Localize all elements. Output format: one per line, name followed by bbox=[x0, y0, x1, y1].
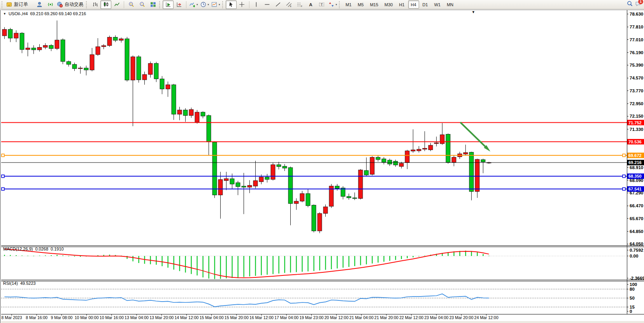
macd-histogram-bar bbox=[401, 256, 402, 259]
notification-badge: 1 bbox=[638, 0, 643, 4]
trendline-button[interactable] bbox=[273, 0, 284, 9]
hline-handle-right[interactable] bbox=[623, 154, 625, 157]
macd-histogram-bar bbox=[238, 256, 239, 277]
candle-body bbox=[177, 110, 182, 114]
macd-histogram-bar bbox=[80, 256, 81, 257]
auto-scroll-icon bbox=[165, 2, 171, 7]
auto-trading-button[interactable]: 自动交易 bbox=[56, 0, 85, 9]
templates-button[interactable]: ▾ bbox=[210, 0, 221, 9]
price-axis[interactable] bbox=[627, 10, 644, 314]
channel-button[interactable]: E bbox=[284, 0, 295, 9]
candle-body bbox=[300, 194, 304, 201]
tile-windows-button[interactable] bbox=[147, 0, 158, 9]
candle-body bbox=[236, 183, 240, 187]
clock-icon bbox=[200, 2, 206, 7]
timeframe-m15-button[interactable]: M15 bbox=[367, 0, 381, 9]
window-left-edge bbox=[0, 10, 1, 323]
macd-histogram-bar bbox=[139, 256, 139, 263]
chart-canvas[interactable]: 78.63077.81077.01076.19075.39074.57073.7… bbox=[0, 10, 644, 323]
text-button[interactable]: A bbox=[305, 0, 316, 9]
cursor-button[interactable] bbox=[226, 0, 237, 9]
label-button[interactable]: T bbox=[316, 0, 327, 9]
macd-histogram-bar bbox=[179, 256, 180, 271]
zoom-in-button[interactable] bbox=[126, 0, 137, 9]
macd-histogram-bar bbox=[232, 256, 233, 278]
macd-histogram-bar bbox=[185, 256, 186, 273]
indicators-button[interactable]: ▾ bbox=[188, 0, 199, 9]
search-button[interactable] bbox=[627, 1, 633, 8]
chevron-down-icon[interactable]: ▾ bbox=[197, 3, 198, 6]
candle-body bbox=[353, 198, 357, 199]
signals-button[interactable] bbox=[45, 0, 56, 9]
candle-body bbox=[61, 40, 65, 62]
rsi-value: 49.5223 bbox=[20, 281, 36, 286]
macd-histogram-bar bbox=[360, 256, 361, 265]
candle-body bbox=[72, 64, 77, 69]
hline-handle-left[interactable] bbox=[2, 175, 4, 178]
zoom-out-button[interactable] bbox=[137, 0, 147, 9]
macd-histogram-bar bbox=[168, 256, 168, 268]
macd-histogram-bar bbox=[395, 256, 396, 260]
market-watch-icon bbox=[37, 2, 42, 7]
chart-collapse-icon[interactable]: ▼ bbox=[3, 12, 6, 16]
line-chart-icon bbox=[114, 2, 120, 7]
macd-histogram-bar bbox=[22, 256, 23, 256]
vertical-line-button[interactable] bbox=[251, 0, 262, 9]
chevron-down-icon[interactable]: ▾ bbox=[336, 3, 337, 6]
macd-histogram-bar bbox=[74, 256, 75, 257]
candle-body bbox=[446, 134, 450, 162]
hline-handle-left[interactable] bbox=[2, 154, 4, 157]
candle-body bbox=[463, 153, 468, 154]
time-axis-label: 13 Mar 20:00 bbox=[149, 315, 174, 320]
horizontal-line-button[interactable] bbox=[262, 0, 273, 9]
timeframe-mn-button[interactable]: MN bbox=[444, 0, 456, 9]
time-axis-label: 21 Mar 04:00 bbox=[349, 315, 374, 320]
line-chart-button[interactable] bbox=[111, 0, 122, 9]
candle-body bbox=[131, 57, 135, 80]
timeframe-m30-button[interactable]: M30 bbox=[382, 0, 395, 9]
chart-window[interactable]: 78.63077.81077.01076.19075.39074.57073.7… bbox=[0, 10, 644, 323]
arrows-button[interactable]: ▾ bbox=[327, 0, 339, 9]
timeframe-w1-button[interactable]: W1 bbox=[432, 0, 444, 9]
horizontal-line-icon bbox=[264, 2, 270, 7]
timeframe-m1-button[interactable]: M1 bbox=[343, 0, 354, 9]
time-axis-label: 13 Mar 04:00 bbox=[125, 315, 149, 320]
candle-body bbox=[393, 161, 398, 165]
hline-handle-left[interactable] bbox=[2, 188, 4, 191]
periods-button[interactable]: ▾ bbox=[199, 0, 211, 9]
hline-handle-right[interactable] bbox=[623, 175, 625, 178]
new-order-button[interactable]: 新订单 bbox=[5, 0, 30, 9]
hline-handle-right[interactable] bbox=[623, 188, 625, 191]
macd-histogram-bar bbox=[214, 256, 215, 279]
timeframe-h4-button[interactable]: H4 bbox=[408, 0, 419, 9]
trend-arrow[interactable] bbox=[460, 122, 488, 149]
candle-body bbox=[207, 115, 211, 142]
candlestick-chart-button[interactable] bbox=[100, 0, 111, 9]
macd-histogram-bar bbox=[203, 256, 204, 277]
macd-histogram-bar bbox=[296, 256, 297, 272]
candle-body bbox=[388, 160, 392, 164]
auto-scroll-button[interactable] bbox=[163, 0, 174, 9]
candle-body bbox=[43, 46, 47, 48]
crosshair-button[interactable] bbox=[237, 0, 247, 9]
candle-body bbox=[312, 205, 316, 231]
chat-button[interactable]: 1 bbox=[635, 1, 641, 8]
auto-trading-button-label: 自动交易 bbox=[64, 1, 84, 8]
cursor-icon bbox=[228, 2, 234, 7]
chart-menu-arrow-icon[interactable]: ▼ bbox=[472, 10, 475, 14]
timeframe-m5-button[interactable]: M5 bbox=[355, 0, 366, 9]
market-watch-button[interactable] bbox=[34, 0, 45, 9]
macd-histogram-bar bbox=[407, 256, 408, 258]
chevron-down-icon[interactable]: ▾ bbox=[208, 3, 209, 6]
chevron-down-icon[interactable]: ▾ bbox=[219, 3, 220, 6]
macd-histogram-bar bbox=[366, 256, 367, 265]
timeframe-h1-button[interactable]: H1 bbox=[396, 0, 407, 9]
candle-body bbox=[481, 160, 485, 162]
fibonacci-button[interactable]: F bbox=[295, 0, 305, 9]
timeframe-d1-button[interactable]: D1 bbox=[420, 0, 431, 9]
bar-chart-button[interactable] bbox=[89, 0, 100, 9]
candle-body bbox=[195, 112, 199, 122]
chart-shift-button[interactable] bbox=[174, 0, 184, 9]
toolbar-grip bbox=[339, 1, 341, 8]
macd-histogram-bar bbox=[483, 254, 484, 256]
